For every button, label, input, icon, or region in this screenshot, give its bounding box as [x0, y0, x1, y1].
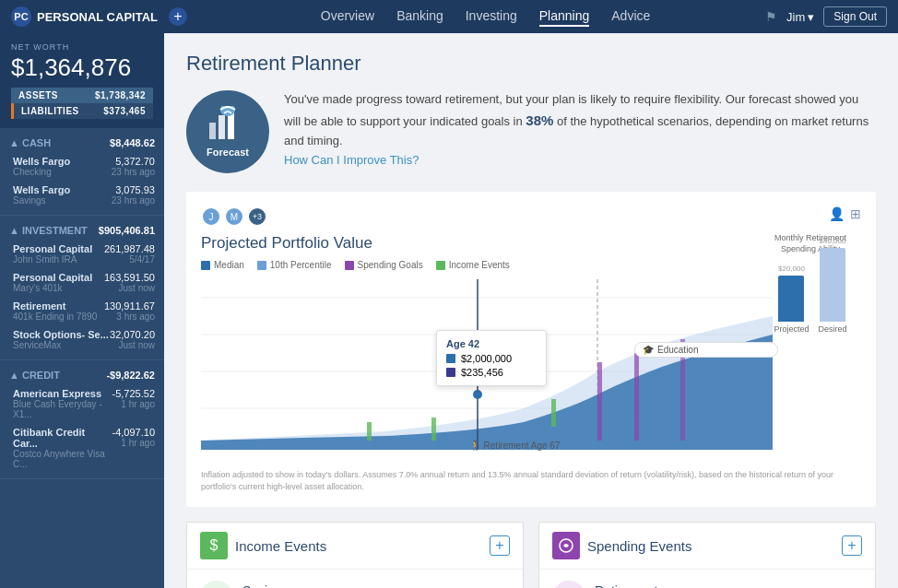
sidebar-section-investment: ▲ INVESTMENT $905,406.81 Personal Capita…	[0, 216, 164, 360]
legend-spending-label: Spending Goals	[358, 260, 423, 270]
add-income-event-button[interactable]: +	[490, 535, 510, 556]
brand-name: PERSONAL CAPITAL	[37, 10, 158, 24]
chart-header: J M +3 Projected Portfolio Value 👤 ⊞ Mon…	[201, 206, 861, 253]
spending-events-header: Spending Events +	[539, 523, 875, 570]
legend-10th-dot	[257, 261, 266, 270]
account-value: 163,591.50	[104, 272, 155, 283]
list-item[interactable]: Personal Capital John Smith IRA 261,987.…	[0, 240, 164, 268]
spending-icon-svg	[559, 538, 573, 553]
legend-10th-label: 10th Percentile	[270, 260, 332, 270]
nav-advice[interactable]: Advice	[611, 6, 650, 27]
account-value: 261,987.48	[104, 243, 155, 254]
account-value: 5,372.70	[112, 156, 155, 167]
income-events-title-row: $ Income Events	[200, 532, 326, 559]
forecast-improve-link[interactable]: How Can I Improve This?	[284, 153, 419, 167]
account-time: Just now	[110, 340, 155, 350]
add-spending-event-button[interactable]: +	[842, 535, 862, 556]
account-time: 1 hr ago	[112, 438, 155, 448]
list-item[interactable]: Wells Fargo Checking 5,372.70 23 hrs ago	[0, 152, 164, 181]
tooltip-row-1: $2,000,000	[446, 353, 537, 364]
savings-event-name: Savings	[242, 583, 486, 588]
account-sub: ServiceMax	[13, 340, 109, 350]
net-worth-value: $1,364,876	[11, 53, 153, 82]
cash-section-label: ▲ CASH	[9, 137, 51, 148]
svg-rect-0	[209, 123, 216, 139]
account-time: 1 hr ago	[112, 399, 155, 409]
list-item[interactable]: Wells Fargo Savings 3,075.93 23 hrs ago	[0, 181, 164, 209]
education-text: Education	[657, 345, 698, 355]
credit-total: -$9,822.62	[106, 370, 155, 381]
investment-total: $905,406.81	[99, 225, 155, 236]
account-sub: Costco Anywhere Visa C...	[13, 449, 112, 469]
nav-overview[interactable]: Overview	[321, 6, 374, 27]
tooltip-color-2	[446, 368, 455, 377]
tooltip-val-1: $2,000,000	[461, 353, 512, 364]
education-icon: 🎓	[643, 345, 654, 355]
account-value: -4,097.10	[112, 427, 155, 438]
education-event-label: 🎓 Education	[634, 342, 778, 358]
sidebar: NET WORTH $1,364,876 ASSETS $1,738,342 L…	[0, 33, 164, 588]
chart-tooltip: Age 42 $2,000,000 $235,456	[436, 330, 547, 386]
list-item[interactable]: Stock Options- Se... ServiceMax 32,070.2…	[0, 325, 164, 354]
svg-rect-10	[367, 422, 372, 441]
account-value: -5,725.52	[112, 388, 155, 399]
list-item[interactable]: American Express Blue Cash Everyday - X1…	[0, 384, 164, 423]
liabilities-value: $373,465	[103, 106, 146, 116]
user-menu[interactable]: Jim ▾	[786, 10, 814, 24]
liabilities-label: LIABILITIES	[21, 106, 79, 116]
list-item[interactable]: Personal Capital Mary's 401k 163,591.50 …	[0, 268, 164, 297]
account-name: Stock Options- Se...	[13, 329, 109, 340]
user-avatar: M	[224, 206, 244, 227]
retirement-event-icon: 🌴	[552, 581, 585, 588]
tooltip-val-2: $235,456	[461, 367, 503, 378]
list-item[interactable]: Retirement 401k Ending in 7890 130,911.6…	[0, 297, 164, 325]
user-avatar: J	[201, 206, 221, 227]
credit-section-label: ▲ CREDIT	[9, 370, 60, 381]
net-worth-label: NET WORTH	[11, 42, 153, 52]
account-sub: Savings	[13, 195, 70, 206]
sidebar-section-credit: ▲ CREDIT -$9,822.62 American Express Blu…	[0, 360, 164, 479]
app-layout: NET WORTH $1,364,876 ASSETS $1,738,342 L…	[0, 33, 898, 588]
investment-section-label: ▲ INVESTMENT	[9, 225, 88, 236]
flag-icon: ⚑	[765, 9, 777, 24]
income-events-title: Income Events	[235, 538, 326, 554]
bar-desired-val: $40,000	[820, 237, 846, 245]
liabilities-row: LIABILITIES $373,465	[11, 103, 153, 119]
net-worth-section: NET WORTH $1,364,876 ASSETS $1,738,342 L…	[0, 33, 164, 128]
account-time: 23 hrs ago	[112, 167, 155, 177]
sign-out-button[interactable]: Sign Out	[823, 6, 887, 27]
legend-spending-dot	[345, 261, 354, 270]
chart-section: J M +3 Projected Portfolio Value 👤 ⊞ Mon…	[186, 192, 876, 507]
nav-banking[interactable]: Banking	[396, 6, 443, 27]
savings-event-item: 💵 Savings $93,148 today | $13,000 per ye…	[187, 570, 523, 588]
account-sub: Blue Cash Everyday - X1...	[13, 399, 112, 419]
nav-links: Overview Banking Investing Planning Advi…	[206, 6, 765, 27]
nav-investing[interactable]: Investing	[466, 6, 517, 27]
list-item[interactable]: Citibank Credit Car... Costco Anywhere V…	[0, 423, 164, 473]
spending-type-icon	[552, 532, 580, 559]
sidebar-section-cash: ▲ CASH $8,448.62 Wells Fargo Checking 5,…	[0, 128, 164, 216]
person-icon[interactable]: 👤	[829, 206, 845, 221]
assets-row: ASSETS $1,738,342	[11, 88, 153, 103]
users-area: J M +3	[201, 206, 372, 227]
nav-planning[interactable]: Planning	[539, 6, 590, 27]
income-events-header: $ Income Events +	[187, 523, 523, 570]
account-time: 23 hrs ago	[112, 195, 155, 206]
spending-events-title-row: Spending Events	[552, 532, 691, 559]
legend-median-dot	[201, 261, 210, 270]
forecast-chart-icon	[207, 106, 248, 143]
brand: PC PERSONAL CAPITAL +	[11, 6, 187, 27]
credit-section-header[interactable]: ▲ CREDIT -$9,822.62	[0, 366, 164, 384]
cash-section-header[interactable]: ▲ CASH $8,448.62	[0, 134, 164, 152]
account-name: Wells Fargo	[13, 156, 70, 167]
retirement-age-label: 🚶 Retirement Age 67	[469, 441, 561, 451]
account-name: American Express	[13, 388, 112, 399]
tooltip-row-2: $235,456	[446, 367, 537, 378]
account-sub: John Smith IRA	[13, 254, 92, 265]
add-account-button[interactable]: +	[169, 7, 187, 26]
expand-icon[interactable]: ⊞	[850, 206, 861, 221]
spending-events-card: Spending Events + 🌴 Retirement $20,148 p…	[538, 522, 876, 588]
svg-rect-1	[219, 115, 225, 139]
investment-section-header[interactable]: ▲ INVESTMENT $905,406.81	[0, 221, 164, 240]
tooltip-title: Age 42	[446, 338, 537, 349]
